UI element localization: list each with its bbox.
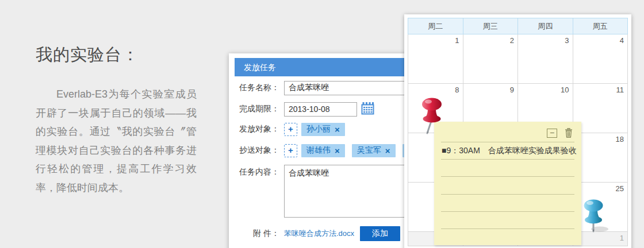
calendar-picker-icon[interactable] [361, 102, 374, 117]
calendar-header-tue: 周二 [408, 18, 463, 34]
red-pushpin-icon [419, 97, 444, 137]
intro-section: 我的实验台： Everlab-E3为每个实验室成员开辟了一块属于自己的领域——我… [36, 44, 197, 197]
task-content-textarea[interactable]: 合成苯咪唑 [284, 165, 422, 218]
add-assignee-button[interactable]: + [284, 123, 297, 136]
cc-tag-label: 吴宝军 [357, 145, 381, 156]
task-name-label: 任务名称： [235, 83, 279, 93]
deadline-input[interactable] [284, 102, 357, 117]
note-rule-line [441, 159, 574, 160]
attachment-label: 附 件： [235, 228, 279, 239]
attachment-row: 附 件： 苯咪唑合成方法.docx 添加 [235, 226, 427, 242]
note-rule-line [441, 142, 574, 142]
assignees-label: 发放对象： [235, 124, 279, 134]
close-icon[interactable]: × [385, 146, 390, 156]
cc-tag[interactable]: 谢雄伟 × [301, 144, 345, 157]
task-content-label: 任务内容： [235, 167, 279, 177]
note-rule-line [441, 194, 574, 195]
cc-row: 抄送对象： + 谢雄伟 × 吴宝军 × 周日 × [235, 142, 427, 158]
trash-icon[interactable] [565, 128, 573, 140]
page-title: 我的实验台： [36, 44, 197, 67]
sticky-note: − ■9：30AM 合成苯咪唑实验成果验收！ [434, 122, 581, 245]
close-icon[interactable]: × [335, 125, 340, 134]
calendar-header-row: 周二 周三 周四 周五 [408, 18, 628, 34]
dialog-titlebar: 发放任务 [235, 58, 423, 76]
calendar-header-fri: 周五 [573, 18, 628, 34]
calendar-header-wed: 周三 [463, 18, 518, 34]
calendar-day-cell[interactable]: 2 [463, 34, 518, 84]
calendar-week-row: 1 2 3 4 [408, 34, 628, 84]
calendar-header-thu: 周四 [518, 18, 573, 34]
task-dialog: 发放任务 任务名称： 完成期限： [229, 53, 427, 248]
note-rule-line [441, 211, 574, 212]
add-cc-button[interactable]: + [284, 144, 297, 157]
task-content-row: 任务内容： 合成苯咪唑 [235, 165, 427, 218]
close-icon[interactable]: × [335, 146, 340, 156]
calendar-day-cell[interactable]: 3 [518, 34, 573, 84]
calendar-day-cell[interactable]: 1 [408, 34, 463, 84]
attachment-file-link[interactable]: 苯咪唑合成方法.docx [284, 228, 354, 239]
task-name-row: 任务名称： [235, 80, 427, 95]
intro-paragraph: Everlab-E3为每个实验室成员开辟了一块属于自己的领域——我的实验台。通过… [36, 85, 197, 197]
cc-tag[interactable]: 吴宝军 × [352, 144, 396, 157]
note-event-text: ■9：30AM 合成苯咪唑实验成果验收！ [442, 146, 577, 156]
assignee-tag-label: 孙小丽 [306, 124, 331, 134]
note-rule-line [441, 228, 574, 229]
cc-tag-label: 谢雄伟 [306, 145, 331, 156]
assignees-row: 发放对象： + 孙小丽 × [235, 121, 427, 137]
deadline-row: 完成期限： [235, 102, 427, 117]
calendar-day-cell[interactable]: 4 [573, 34, 628, 84]
collapse-note-button[interactable]: − [547, 129, 557, 138]
task-name-input[interactable] [284, 81, 422, 95]
deadline-label: 完成期限： [235, 104, 279, 114]
blue-pushpin-icon [581, 199, 611, 235]
assignee-tag[interactable]: 孙小丽 × [301, 123, 345, 136]
note-rule-line [441, 176, 574, 177]
cc-label: 抄送对象： [235, 145, 279, 156]
add-attachment-button[interactable]: 添加 [360, 226, 400, 241]
page-background: 我的实验台： Everlab-E3为每个实验室成员开辟了一块属于自己的领域——我… [0, 0, 644, 248]
